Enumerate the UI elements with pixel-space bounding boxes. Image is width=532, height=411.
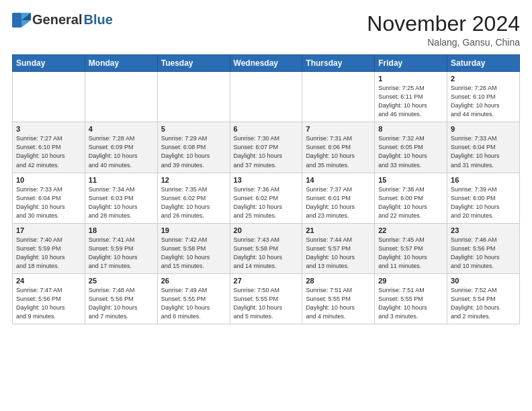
day-number: 8 [378,125,443,133]
day-number: 19 [161,226,226,234]
weekday-header-friday: Friday [375,55,447,72]
page: General Blue November 2024 Nalang, Gansu… [0,0,532,331]
calendar-cell: 22Sunrise: 7:45 AM Sunset: 5:57 PM Dayli… [375,223,447,273]
calendar-cell: 30Sunrise: 7:52 AM Sunset: 5:54 PM Dayli… [447,273,520,324]
day-number: 26 [161,277,226,285]
calendar-cell [157,72,230,122]
calendar-week-4: 17Sunrise: 7:40 AM Sunset: 5:59 PM Dayli… [13,223,520,273]
day-info: Sunrise: 7:39 AM Sunset: 6:00 PM Dayligh… [451,185,516,220]
logo-icon [12,13,31,28]
day-number: 2 [451,75,516,83]
day-number: 18 [89,226,154,234]
day-info: Sunrise: 7:33 AM Sunset: 6:04 PM Dayligh… [16,185,81,220]
calendar-cell: 5Sunrise: 7:29 AM Sunset: 6:08 PM Daylig… [157,122,230,173]
day-number: 27 [234,277,299,285]
day-info: Sunrise: 7:31 AM Sunset: 6:06 PM Dayligh… [306,134,371,169]
day-number: 9 [451,125,516,133]
weekday-header-sunday: Sunday [13,55,85,72]
weekday-header-saturday: Saturday [447,55,520,72]
day-number: 14 [306,176,371,184]
calendar-cell: 12Sunrise: 7:35 AM Sunset: 6:02 PM Dayli… [157,173,230,223]
calendar-cell: 28Sunrise: 7:51 AM Sunset: 5:55 PM Dayli… [302,273,375,324]
day-number: 13 [234,176,299,184]
calendar-week-2: 3Sunrise: 7:27 AM Sunset: 6:10 PM Daylig… [13,122,520,173]
calendar-cell: 6Sunrise: 7:30 AM Sunset: 6:07 PM Daylig… [230,122,302,173]
day-number: 4 [89,125,154,133]
calendar-cell [302,72,375,122]
weekday-header-thursday: Thursday [302,55,375,72]
calendar-cell: 25Sunrise: 7:48 AM Sunset: 5:56 PM Dayli… [85,273,157,324]
calendar-cell: 26Sunrise: 7:49 AM Sunset: 5:55 PM Dayli… [157,273,230,324]
day-number: 17 [16,226,81,234]
day-info: Sunrise: 7:29 AM Sunset: 6:08 PM Dayligh… [161,134,226,169]
weekday-header-wednesday: Wednesday [230,55,302,72]
calendar-cell: 2Sunrise: 7:26 AM Sunset: 6:10 PM Daylig… [447,72,520,122]
day-info: Sunrise: 7:28 AM Sunset: 6:09 PM Dayligh… [89,134,154,169]
calendar-cell: 1Sunrise: 7:25 AM Sunset: 6:11 PM Daylig… [375,72,447,122]
day-number: 25 [89,277,154,285]
day-info: Sunrise: 7:32 AM Sunset: 6:05 PM Dayligh… [378,134,443,169]
day-number: 6 [234,125,299,133]
calendar-cell: 14Sunrise: 7:37 AM Sunset: 6:01 PM Dayli… [302,173,375,223]
calendar-cell: 18Sunrise: 7:41 AM Sunset: 5:59 PM Dayli… [85,223,157,273]
day-info: Sunrise: 7:36 AM Sunset: 6:02 PM Dayligh… [234,185,299,220]
calendar-table: SundayMondayTuesdayWednesdayThursdayFrid… [12,54,520,324]
day-info: Sunrise: 7:40 AM Sunset: 5:59 PM Dayligh… [16,236,81,271]
calendar-cell: 27Sunrise: 7:50 AM Sunset: 5:55 PM Dayli… [230,273,302,324]
calendar-cell: 9Sunrise: 7:33 AM Sunset: 6:04 PM Daylig… [447,122,520,173]
day-info: Sunrise: 7:27 AM Sunset: 6:10 PM Dayligh… [16,134,81,169]
day-info: Sunrise: 7:44 AM Sunset: 5:57 PM Dayligh… [306,236,371,271]
day-info: Sunrise: 7:41 AM Sunset: 5:59 PM Dayligh… [89,236,154,271]
calendar-cell: 10Sunrise: 7:33 AM Sunset: 6:04 PM Dayli… [13,173,85,223]
weekday-header-tuesday: Tuesday [157,55,230,72]
day-number: 12 [161,176,226,184]
calendar-cell: 20Sunrise: 7:43 AM Sunset: 5:58 PM Dayli… [230,223,302,273]
calendar-week-5: 24Sunrise: 7:47 AM Sunset: 5:56 PM Dayli… [13,273,520,324]
location: Nalang, Gansu, China [367,37,520,48]
day-info: Sunrise: 7:45 AM Sunset: 5:57 PM Dayligh… [378,236,443,271]
weekday-header-monday: Monday [85,55,157,72]
calendar-cell: 17Sunrise: 7:40 AM Sunset: 5:59 PM Dayli… [13,223,85,273]
calendar-cell: 21Sunrise: 7:44 AM Sunset: 5:57 PM Dayli… [302,223,375,273]
calendar-week-1: 1Sunrise: 7:25 AM Sunset: 6:11 PM Daylig… [13,72,520,122]
day-info: Sunrise: 7:51 AM Sunset: 5:55 PM Dayligh… [306,286,371,321]
day-info: Sunrise: 7:26 AM Sunset: 6:10 PM Dayligh… [451,84,516,119]
day-number: 24 [16,277,81,285]
day-number: 23 [451,226,516,234]
day-info: Sunrise: 7:51 AM Sunset: 5:55 PM Dayligh… [378,286,443,321]
month-title: November 2024 [367,12,520,36]
day-number: 22 [378,226,443,234]
day-number: 3 [16,125,81,133]
calendar-cell: 16Sunrise: 7:39 AM Sunset: 6:00 PM Dayli… [447,173,520,223]
day-info: Sunrise: 7:33 AM Sunset: 6:04 PM Dayligh… [451,134,516,169]
calendar-cell: 15Sunrise: 7:38 AM Sunset: 6:00 PM Dayli… [375,173,447,223]
day-info: Sunrise: 7:42 AM Sunset: 5:58 PM Dayligh… [161,236,226,271]
header: General Blue November 2024 Nalang, Gansu… [12,12,520,48]
calendar-cell: 24Sunrise: 7:47 AM Sunset: 5:56 PM Dayli… [13,273,85,324]
day-info: Sunrise: 7:35 AM Sunset: 6:02 PM Dayligh… [161,185,226,220]
calendar-cell [85,72,157,122]
day-number: 16 [451,176,516,184]
day-info: Sunrise: 7:47 AM Sunset: 5:56 PM Dayligh… [16,286,81,321]
calendar-cell: 23Sunrise: 7:46 AM Sunset: 5:56 PM Dayli… [447,223,520,273]
day-info: Sunrise: 7:46 AM Sunset: 5:56 PM Dayligh… [451,236,516,271]
day-info: Sunrise: 7:38 AM Sunset: 6:00 PM Dayligh… [378,185,443,220]
day-info: Sunrise: 7:34 AM Sunset: 6:03 PM Dayligh… [89,185,154,220]
calendar-cell: 8Sunrise: 7:32 AM Sunset: 6:05 PM Daylig… [375,122,447,173]
day-info: Sunrise: 7:48 AM Sunset: 5:56 PM Dayligh… [89,286,154,321]
calendar-cell: 7Sunrise: 7:31 AM Sunset: 6:06 PM Daylig… [302,122,375,173]
calendar-cell: 4Sunrise: 7:28 AM Sunset: 6:09 PM Daylig… [85,122,157,173]
title-block: November 2024 Nalang, Gansu, China [367,12,520,48]
day-info: Sunrise: 7:43 AM Sunset: 5:58 PM Dayligh… [234,236,299,271]
day-info: Sunrise: 7:50 AM Sunset: 5:55 PM Dayligh… [234,286,299,321]
day-number: 15 [378,176,443,184]
day-number: 5 [161,125,226,133]
day-number: 10 [16,176,81,184]
day-info: Sunrise: 7:25 AM Sunset: 6:11 PM Dayligh… [378,84,443,119]
day-number: 28 [306,277,371,285]
day-info: Sunrise: 7:49 AM Sunset: 5:55 PM Dayligh… [161,286,226,321]
calendar-cell: 19Sunrise: 7:42 AM Sunset: 5:58 PM Dayli… [157,223,230,273]
logo-blue-text: Blue [83,12,112,28]
calendar-cell [13,72,85,122]
day-number: 30 [451,277,516,285]
